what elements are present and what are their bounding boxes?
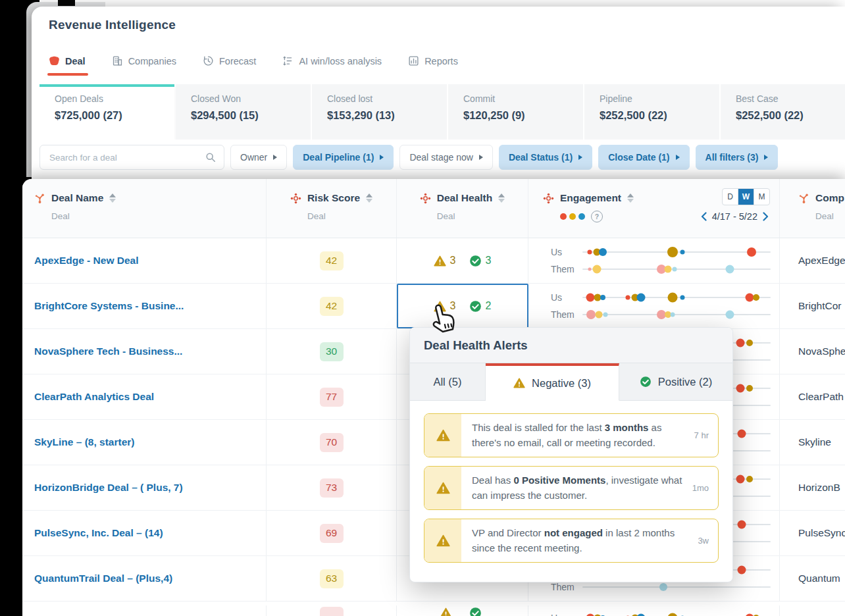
engagement-dot-gold <box>746 476 753 482</box>
engagement-us-label: Us <box>528 247 582 257</box>
deal-icon <box>49 56 60 66</box>
ai-win-loss-icon <box>282 55 294 66</box>
popup-tab-negative-3[interactable]: Negative (3) <box>486 363 619 401</box>
risk-score-cell: 42 <box>267 238 397 283</box>
tab-forecast[interactable]: Forecast <box>203 55 256 66</box>
filter-deal-stage-now[interactable]: Deal stage now <box>399 145 493 170</box>
engagement-dot-yellow <box>595 311 602 319</box>
risk-score-badge: 42 <box>320 251 344 270</box>
tab-deal[interactable]: Deal <box>49 56 86 66</box>
summary-card-pipeline[interactable]: Pipeline$252,500 (22) <box>584 84 719 140</box>
deal-name-link[interactable]: HorizonBridge Deal – ( Plus, 7) <box>34 482 183 494</box>
column-label: Comp <box>815 192 844 204</box>
column-header-deal-name[interactable]: Deal Name Deal <box>22 179 267 238</box>
filter-all-filters-3[interactable]: All filters (3) <box>696 145 779 170</box>
search-box <box>39 145 224 170</box>
summary-card-closed-won[interactable]: Closed Won$294,500 (15) <box>176 84 311 140</box>
card-label: Closed lost <box>327 93 447 104</box>
deal-name-cell: SkyLine – (8, starter) <box>22 420 267 465</box>
chevron-left-icon[interactable] <box>701 212 707 221</box>
sort-icon[interactable] <box>627 193 634 203</box>
company-cell: PulseSync <box>780 511 845 555</box>
alerts-list: This deal is stalled for the last 3 mont… <box>410 401 732 575</box>
deal-name-link[interactable]: PulseSync, Inc. Deal – (14) <box>34 527 163 539</box>
deal-name-link[interactable]: QuantumTrail Deal – (Plus,4) <box>34 573 172 584</box>
column-header-deal-health[interactable]: Deal Health Deal <box>397 179 528 238</box>
deal-name-link[interactable]: ClearPath Analytics Deal <box>34 391 154 403</box>
tab-label: Deal <box>65 56 86 66</box>
popup-tab-all-5[interactable]: All (5) <box>410 363 486 401</box>
company-cell: ClearPath <box>780 374 845 419</box>
company-cell: Skyline <box>780 420 845 465</box>
summary-card-closed-lost[interactable]: Closed lost$153,290 (13) <box>312 84 447 140</box>
summary-card-open-deals[interactable]: Open Deals$725,000 (27) <box>39 84 174 140</box>
engagement-dot-lblue <box>659 583 667 591</box>
help-icon[interactable]: ? <box>591 211 603 222</box>
alert-time: 7 hr <box>694 430 718 440</box>
negative-alerts-count: 3 <box>434 255 456 267</box>
column-header-risk-score[interactable]: Risk Score Deal <box>267 179 397 238</box>
filter-deal-status-1[interactable]: Deal Status (1) <box>499 145 592 170</box>
sort-icon[interactable] <box>109 193 116 203</box>
column-header-engagement[interactable]: Engagement ? DWM 4/17 - 5/22 <box>528 179 780 238</box>
toggle-m[interactable]: M <box>754 189 769 205</box>
page-title: Revenue Intelligence <box>49 18 176 32</box>
column-label: Deal Name <box>51 192 103 204</box>
sort-icon[interactable] <box>498 193 505 203</box>
hubspot-sprocket-icon <box>798 193 809 204</box>
deal-health-cell[interactable]: 33 <box>397 238 528 283</box>
positive-alerts-count: 2 <box>469 300 492 313</box>
filter-owner[interactable]: Owner <box>230 145 287 170</box>
tab-reports[interactable]: Reports <box>408 55 458 66</box>
alert-item[interactable]: Deal has 0 Positive Moments, investigate… <box>424 466 719 510</box>
deal-name-link[interactable]: SkyLine – (8, starter) <box>34 436 134 448</box>
tab-ai[interactable]: AI win/loss analysis <box>282 55 382 66</box>
popup-tab-positive-2[interactable]: Positive (2) <box>619 363 732 401</box>
engagement-dot-blue <box>680 250 684 255</box>
toggle-d[interactable]: D <box>723 189 738 205</box>
engagement-dot-yellow <box>593 265 602 274</box>
risk-score-cell <box>267 605 397 616</box>
search-input[interactable] <box>48 152 200 163</box>
company-cell: NovaSphe <box>780 329 845 374</box>
engagement-us-line: Us <box>528 245 779 260</box>
alert-time: 1mo <box>692 483 718 493</box>
tab-companies[interactable]: Companies <box>112 55 176 66</box>
engagement-dot-yellow <box>665 266 672 273</box>
column-sublabel: Deal <box>307 211 372 221</box>
positive-alerts-count: 3 <box>469 255 492 267</box>
engagement-dot-gold <box>667 247 678 257</box>
engagement-dot-gold <box>753 294 759 301</box>
summary-card-best-case[interactable]: Best Case$252,500 (22) <box>721 84 845 140</box>
engagement-them-label: Them <box>528 582 582 592</box>
filter-deal-pipeline-1[interactable]: Deal Pipeline (1) <box>293 145 394 170</box>
deal-health-cell[interactable] <box>397 605 528 616</box>
sort-icon[interactable] <box>366 193 372 203</box>
company-name: NovaSphe <box>798 346 845 357</box>
toggle-w[interactable]: W <box>738 189 754 205</box>
warning-icon <box>513 377 525 389</box>
company-name: ClearPath <box>798 391 844 403</box>
warning-icon <box>436 481 450 495</box>
window-notch <box>58 0 75 6</box>
deal-name-link[interactable]: BrightCore Systems - Busine... <box>34 300 184 312</box>
engagement-dot-red <box>736 339 745 347</box>
column-header-company[interactable]: Comp Deal <box>780 179 845 238</box>
deal-name-cell: PulseSync, Inc. Deal – (14) <box>22 511 267 555</box>
filter-close-date-1[interactable]: Close Date (1) <box>598 145 689 170</box>
deal-name-link[interactable]: ApexEdge - New Deal <box>34 255 139 267</box>
card-value: $725,000 (27) <box>55 109 174 122</box>
chevron-right-icon[interactable] <box>763 212 769 221</box>
summary-card-commit[interactable]: Commit$120,250 (9) <box>448 84 583 140</box>
engagement-dot-red <box>736 384 745 393</box>
filter-label: Close Date (1) <box>608 152 669 163</box>
deal-health-cell[interactable]: 32 <box>397 284 528 328</box>
deal-name-link[interactable]: NovaSphere Tech - Business... <box>34 346 182 357</box>
engagement-dot-lblue <box>672 267 677 272</box>
alert-item[interactable]: VP and Director not engaged in last 2 mo… <box>424 519 719 563</box>
alert-item[interactable]: This deal is stalled for the last 3 mont… <box>424 413 719 457</box>
search-icon <box>205 152 216 163</box>
date-range-label: 4/17 - 5/22 <box>712 211 757 222</box>
tab-label: Forecast <box>219 56 256 66</box>
engagement-cell: Us <box>528 605 780 616</box>
